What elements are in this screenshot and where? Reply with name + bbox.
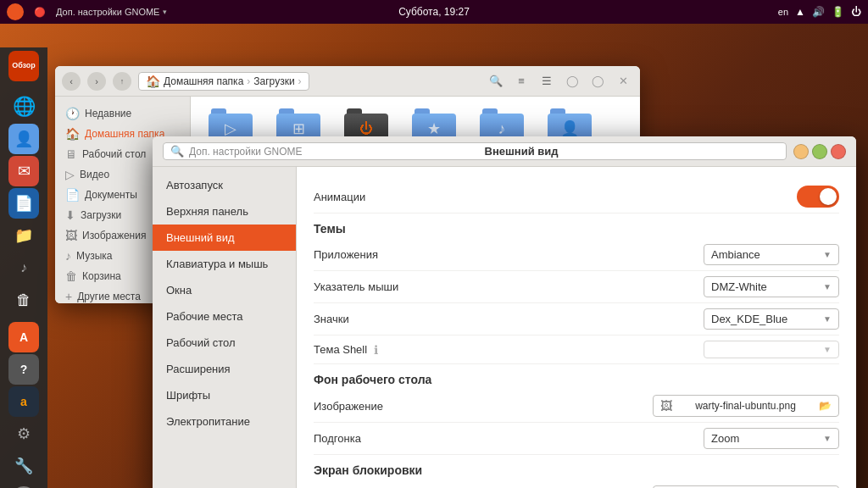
file-back-button[interactable]: ‹ — [62, 72, 81, 91]
file-toolbar-right: 🔍 ≡ ☰ ◯ ◯ ✕ — [486, 71, 633, 92]
tweaks-maximize-btn[interactable] — [812, 144, 827, 159]
nav-item-autostart[interactable]: Автозапуск — [153, 172, 296, 198]
desktop-image-label: Изображение — [314, 400, 383, 413]
file-view-toggle[interactable]: ≡ — [511, 71, 531, 92]
applications-dropdown-arrow: ▼ — [823, 250, 832, 259]
panel-title: Внешний вид — [485, 145, 559, 158]
downloads-icon: ⬇ — [65, 208, 75, 222]
nav-power-label: Электропитание — [166, 415, 250, 428]
file-close-btn[interactable]: ✕ — [613, 71, 633, 92]
images-icon: 🖼 — [65, 229, 77, 242]
tweaks-minimize-btn[interactable] — [793, 144, 809, 159]
lang-indicator[interactable]: en — [778, 7, 788, 17]
file-maximize-btn[interactable]: ◯ — [587, 71, 608, 92]
animations-toggle[interactable] — [797, 186, 839, 208]
desktop-image-picker[interactable]: 🖼 warty-final-ubuntu.png 📂 — [653, 395, 839, 417]
lockscreen-image-row: Изображение 🖼 warty-final-ubuntu.png 📂 — [314, 480, 839, 488]
nav-item-keyboard[interactable]: Клавиатура и мышь — [153, 251, 296, 277]
sound-icon[interactable]: 🔊 — [812, 6, 825, 18]
shell-row: Тема Shell ℹ ▼ — [314, 336, 839, 364]
home-sidebar-icon: 🏠 — [65, 127, 80, 141]
dock-item-help[interactable]: ? — [5, 354, 42, 385]
nav-desktop-label: Рабочий стол — [166, 336, 236, 349]
ubuntu-logo[interactable] — [7, 3, 24, 20]
animations-label: Анимации — [314, 191, 365, 203]
tweaks-sidebar: Автозапуск Верхняя панель Внешний вид Кл… — [153, 167, 297, 488]
trash-sidebar-icon: 🗑 — [65, 269, 77, 283]
nav-keyboard-label: Клавиатура и мышь — [166, 258, 268, 270]
tweaks-titlebar: 🔍 Доп. настройки GNOME Внешний вид — [153, 136, 856, 167]
dock-item-settings[interactable]: ⚙ — [5, 419, 42, 449]
images-label: Изображения — [82, 230, 146, 241]
dock-item-music[interactable]: ♪ — [5, 252, 42, 283]
nav-item-top-panel[interactable]: Верхняя панель — [153, 198, 296, 225]
dock-item-tools[interactable]: 🔧 — [5, 451, 42, 481]
svg-point-0 — [10, 7, 20, 17]
file-menu-button[interactable]: ☰ — [537, 71, 557, 92]
lockscreen-section-title: Экран блокировки — [314, 455, 839, 480]
music-label: Музыка — [76, 250, 112, 262]
sidebar-item-recent[interactable]: 🕐 Недавние — [55, 103, 190, 124]
top-bar-clock: Суббота, 19:27 — [398, 6, 470, 18]
dock-item-trash[interactable]: 🗑 — [5, 285, 42, 315]
overview-label: Обзор — [12, 62, 36, 70]
tweaks-close-btn[interactable] — [831, 144, 846, 159]
dock-item-contacts[interactable]: 👤 — [5, 124, 42, 154]
icons-dropdown[interactable]: Dex_KDE_Blue ▼ — [704, 308, 839, 330]
nav-item-fonts[interactable]: Шрифты — [153, 382, 296, 408]
cursor-value: DMZ-White — [711, 280, 767, 293]
other-label: Другие места — [77, 291, 141, 302]
search-text: Доп. настройки GNOME — [189, 146, 303, 158]
icons-label: Значки — [314, 313, 349, 325]
docs-icon: 📄 — [65, 188, 80, 202]
other-icon: + — [65, 290, 72, 303]
file-search-button[interactable]: 🔍 — [486, 71, 506, 92]
trash-label: Корзина — [82, 270, 121, 282]
forward-icon: › — [95, 76, 98, 86]
nav-item-appearance[interactable]: Внешний вид — [153, 225, 296, 251]
dock-item-files[interactable]: 📁 — [5, 220, 42, 251]
nav-item-power[interactable]: Электропитание — [153, 408, 296, 435]
cursor-dropdown[interactable]: DMZ-White ▼ — [704, 276, 839, 297]
nav-item-windows[interactable]: Окна — [153, 277, 296, 303]
dock: Обзор 🌐 👤 ✉ 📄 📁 ♪ 🗑 A — [0, 47, 47, 488]
video-label: Видео — [80, 169, 109, 180]
desktop-bg-section-title: Фон рабочего стола — [314, 364, 839, 390]
back-icon: ‹ — [70, 76, 73, 86]
tweaks-content: Анимации Темы Приложения Ambiance ▼ Указ… — [297, 167, 856, 488]
dock-item-chrome[interactable]: 🌐 — [5, 92, 42, 122]
shell-dropdown[interactable]: ▼ — [704, 341, 839, 358]
nav-workspaces-label: Рабочие места — [166, 310, 242, 323]
nav-autostart-label: Автозапуск — [166, 179, 223, 191]
top-bar-app-name[interactable]: Доп. настройки GNOME ▾ — [56, 7, 167, 17]
dock-item-office[interactable]: 📄 — [5, 188, 42, 219]
shell-info-icon[interactable]: ℹ — [374, 343, 378, 357]
power-icon[interactable]: ⏻ — [851, 6, 861, 18]
shell-label-group: Тема Shell ℹ — [314, 343, 385, 357]
nav-item-workspaces[interactable]: Рабочие места — [153, 303, 296, 330]
gnome-tweaks-window: 🔍 Доп. настройки GNOME Внешний вид Автоз… — [153, 136, 856, 488]
nav-item-extensions[interactable]: Расширения — [153, 356, 296, 382]
desktop-fit-dropdown-arrow: ▼ — [823, 434, 832, 443]
desktop-fit-dropdown[interactable]: Zoom ▼ — [704, 428, 839, 449]
dock-item-amazon[interactable]: a — [5, 386, 42, 417]
desktop: Обзор 🌐 👤 ✉ 📄 📁 ♪ 🗑 A — [0, 24, 868, 488]
top-bar: 🔴 Доп. настройки GNOME ▾ Суббота, 19:27 … — [0, 0, 868, 24]
file-location-bar[interactable]: 🏠 Домашняя папка › Загрузки › — [138, 72, 309, 91]
app-label: Доп. настройки GNOME — [56, 7, 159, 17]
nav-top-panel-label: Верхняя панель — [166, 205, 248, 218]
file-up-button[interactable]: ↑ — [113, 72, 131, 91]
applications-dropdown[interactable]: Ambiance ▼ — [704, 244, 839, 265]
dock-item-mail[interactable]: ✉ — [5, 156, 42, 186]
desktop-fit-value: Zoom — [711, 432, 739, 445]
file-minimize-btn[interactable]: ◯ — [562, 71, 582, 92]
dock-item-overview[interactable]: Обзор — [5, 51, 42, 81]
file-forward-button[interactable]: › — [87, 72, 106, 91]
dock-item-appstore[interactable]: A — [5, 322, 42, 352]
applications-row: Приложения Ambiance ▼ — [314, 239, 839, 271]
top-bar-app[interactable]: 🔴 — [34, 7, 46, 18]
app-arrow: ▾ — [163, 8, 167, 16]
tweaks-body: Автозапуск Верхняя панель Внешний вид Кл… — [153, 167, 856, 488]
nav-item-desktop[interactable]: Рабочий стол — [153, 330, 296, 356]
battery-icon: 🔋 — [832, 6, 844, 18]
